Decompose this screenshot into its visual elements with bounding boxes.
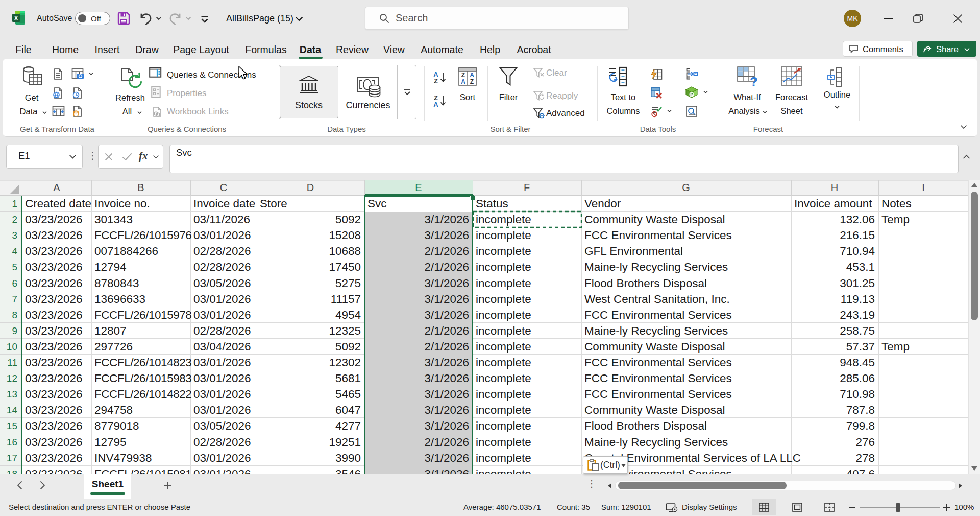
svg-text:A: A <box>461 78 465 85</box>
svg-text:Z: Z <box>470 78 474 85</box>
svg-text:A: A <box>470 72 474 79</box>
svg-text:X: X <box>14 15 18 22</box>
svg-text:A: A <box>433 101 438 108</box>
svg-text:Z: Z <box>461 72 465 79</box>
svg-text:Z: Z <box>434 77 438 84</box>
svg-text:?: ? <box>750 74 758 87</box>
